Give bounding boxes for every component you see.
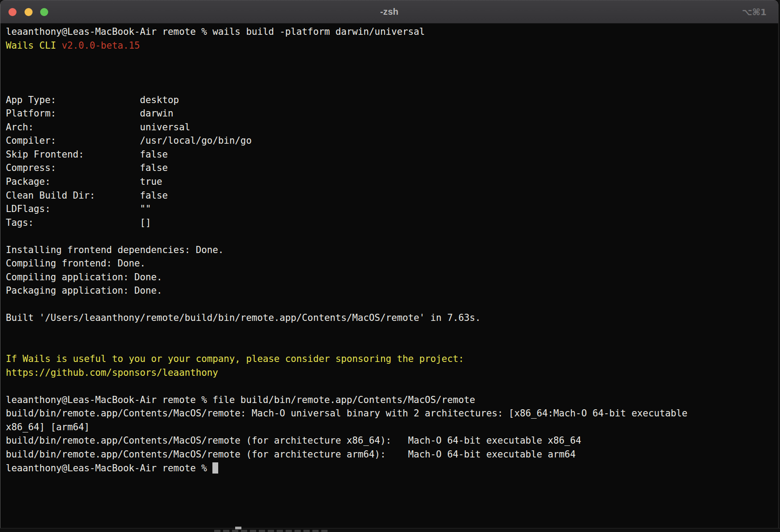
terminal-line: Wails CLI v2.0.0-beta.15	[6, 39, 775, 53]
text-segment: Skip Frontend: false	[6, 149, 168, 160]
text-segment: Compiling application: Done.	[6, 272, 162, 283]
terminal-line: If Wails is useful to you or your compan…	[6, 352, 775, 366]
terminal-line: leaanthony@Leas-MacBook-Air remote % fil…	[6, 393, 775, 407]
background-window-text-fragment	[214, 530, 330, 532]
terminal-line	[6, 79, 775, 93]
text-segment: Compiler: /usr/local/go/bin/go	[6, 135, 252, 146]
text-segment: leaanthony@Leas-MacBook-Air remote % fil…	[6, 395, 475, 405]
background-window-highlight	[235, 527, 241, 529]
text-segment: x86_64] [arm64]	[6, 422, 90, 432]
terminal-line: Package: true	[6, 175, 775, 189]
terminal-line	[6, 379, 775, 393]
terminal-line	[6, 52, 775, 66]
terminal-line	[6, 325, 775, 339]
terminal-line: build/bin/remote.app/Contents/MacOS/remo…	[6, 448, 775, 461]
text-segment: Tags: []	[6, 217, 151, 228]
terminal-line: Compiling application: Done.	[6, 270, 775, 284]
background-window-edge	[0, 528, 780, 532]
text-segment: If Wails is useful to you or your compan…	[6, 353, 464, 364]
terminal-line: Built '/Users/leaanthony/remote/build/bi…	[6, 311, 775, 325]
text-segment: App Type: desktop	[6, 95, 179, 105]
terminal-line: App Type: desktop	[6, 93, 775, 107]
terminal-line: x86_64] [arm64]	[6, 420, 775, 434]
terminal-line: Packaging application: Done.	[6, 284, 775, 298]
text-segment: build/bin/remote.app/Contents/MacOS/remo…	[6, 449, 576, 460]
window-titlebar[interactable]: -zsh ⌥⌘1	[0, 0, 778, 24]
text-segment: Compiling frontend: Done.	[6, 258, 145, 269]
terminal-line: Platform: darwin	[6, 107, 775, 121]
text-segment: Packaging application: Done.	[6, 285, 162, 296]
terminal-line: Installing frontend dependencies: Done.	[6, 243, 775, 257]
terminal-line: https://github.com/sponsors/leaanthony	[6, 366, 775, 380]
window-title: -zsh	[0, 0, 778, 24]
terminal-line: Compiler: /usr/local/go/bin/go	[6, 134, 775, 148]
terminal-output[interactable]: leaanthony@Leas-MacBook-Air remote % wai…	[0, 24, 778, 528]
sponsor-url-link[interactable]: https://github.com/sponsors/leaanthony	[6, 367, 218, 378]
text-segment: build/bin/remote.app/Contents/MacOS/remo…	[6, 435, 581, 446]
text-segment: Platform: darwin	[6, 108, 174, 119]
text-segment: Installing frontend dependencies: Done.	[6, 245, 224, 255]
terminal-line	[6, 66, 775, 80]
terminal-line	[6, 298, 775, 312]
terminal-line: build/bin/remote.app/Contents/MacOS/remo…	[6, 434, 775, 448]
terminal-line: Compress: false	[6, 161, 775, 175]
screen: -zsh ⌥⌘1 leaanthony@Leas-MacBook-Air rem…	[0, 0, 780, 532]
terminal-line: build/bin/remote.app/Contents/MacOS/remo…	[6, 407, 775, 420]
terminal-line: LDFlags: ""	[6, 202, 775, 216]
text-segment: Arch: universal	[6, 122, 190, 133]
text-segment: build/bin/remote.app/Contents/MacOS/remo…	[6, 408, 688, 419]
text-segment: Built '/Users/leaanthony/remote/build/bi…	[6, 312, 481, 323]
terminal-line: leaanthony@Leas-MacBook-Air remote %	[6, 461, 775, 475]
text-segment: LDFlags: ""	[6, 204, 151, 214]
terminal-cursor	[212, 462, 218, 474]
text-segment: Package: true	[6, 176, 162, 187]
text-segment: Wails CLI	[6, 40, 62, 51]
terminal-line	[6, 339, 775, 353]
terminal-line: Compiling frontend: Done.	[6, 257, 775, 270]
text-segment: Compress: false	[6, 162, 168, 173]
terminal-line: Skip Frontend: false	[6, 148, 775, 162]
terminal-line: Arch: universal	[6, 121, 775, 134]
tab-shortcut-label: ⌥⌘1	[742, 0, 767, 24]
terminal-line: Tags: []	[6, 216, 775, 230]
text-segment: v2.0.0-beta.15	[62, 40, 140, 51]
text-segment: Clean Build Dir: false	[6, 190, 168, 201]
text-segment: leaanthony@Leas-MacBook-Air remote %	[6, 463, 212, 474]
terminal-line: leaanthony@Leas-MacBook-Air remote % wai…	[6, 25, 775, 39]
terminal-line	[6, 229, 775, 243]
text-segment: leaanthony@Leas-MacBook-Air remote % wai…	[6, 26, 425, 37]
terminal-line: Clean Build Dir: false	[6, 189, 775, 203]
terminal-window: -zsh ⌥⌘1 leaanthony@Leas-MacBook-Air rem…	[0, 0, 779, 528]
